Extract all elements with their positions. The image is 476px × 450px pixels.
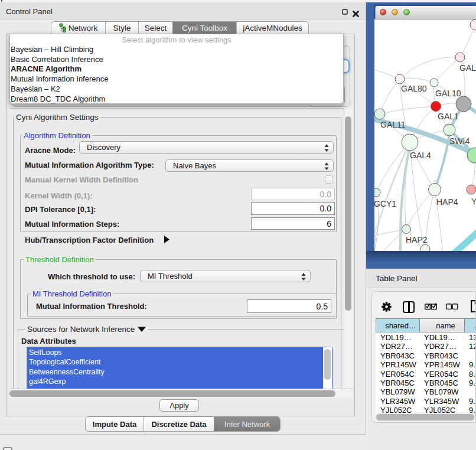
svg-text:GAL80: GAL80 — [401, 84, 427, 93]
svg-text:GAL7: GAL7 — [459, 63, 476, 73]
svg-text:GAL11: GAL11 — [380, 120, 406, 129]
svg-text:SWI4: SWI4 — [449, 136, 470, 146]
svg-text:GAL1: GAL1 — [438, 112, 459, 121]
svg-text:GAL10: GAL10 — [435, 89, 461, 98]
svg-text:HAP2: HAP2 — [406, 235, 428, 244]
svg-text:GAL4: GAL4 — [410, 151, 431, 160]
svg-text:YBR: YBR — [471, 197, 476, 206]
svg-text:GCY1: GCY1 — [374, 199, 396, 208]
svg-text:HAP4: HAP4 — [436, 197, 458, 207]
